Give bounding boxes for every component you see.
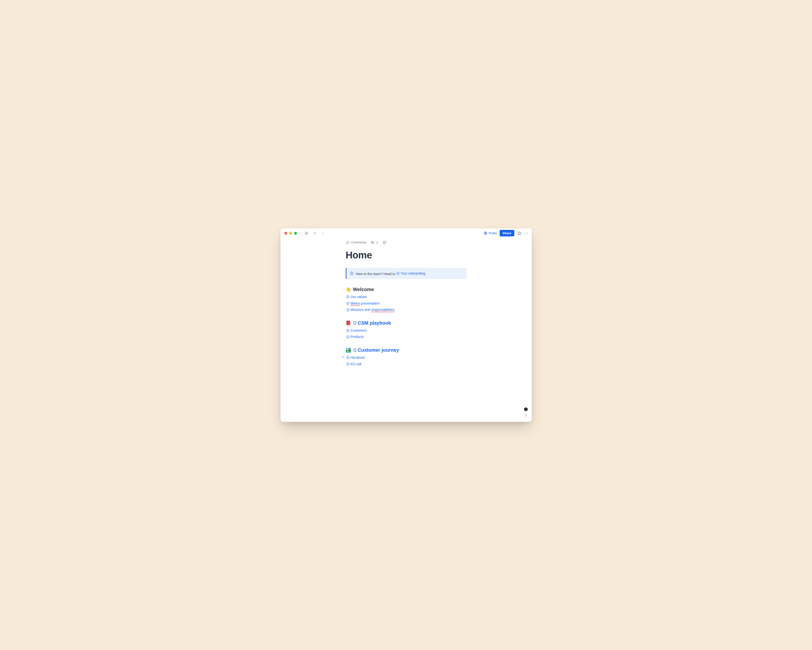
link-ko-call[interactable]: KO call bbox=[346, 361, 362, 367]
nav-forward-button[interactable] bbox=[321, 231, 325, 236]
link-label: KO call bbox=[351, 361, 362, 367]
link-label-suffix: presentation bbox=[360, 301, 380, 305]
link-customers[interactable]: Customers bbox=[346, 327, 367, 334]
page-icon bbox=[346, 335, 350, 339]
info-icon bbox=[350, 271, 354, 275]
svg-point-9 bbox=[383, 241, 386, 244]
onboarding-link-label: Your onboarding bbox=[401, 270, 425, 277]
svg-point-5 bbox=[525, 233, 525, 233]
link-missions[interactable]: Missions and responsabilities bbox=[346, 306, 395, 313]
page-icon bbox=[346, 356, 350, 359]
section-journey: 🏞️ Customer journey Handover bbox=[346, 347, 467, 367]
page-icon bbox=[346, 302, 350, 305]
link-meero-presentation[interactable]: Meero presentation bbox=[346, 300, 380, 307]
link-customer-journey[interactable]: Customer journey bbox=[353, 347, 399, 353]
landscape-emoji-icon: 🏞️ bbox=[346, 347, 351, 353]
section-welcome-heading[interactable]: 👋 Welcome bbox=[346, 287, 467, 292]
spell-word: Meero bbox=[351, 301, 360, 305]
link-csm-playbook[interactable]: CSM playbook bbox=[353, 320, 391, 326]
page-icon bbox=[353, 321, 357, 325]
link-products[interactable]: Products bbox=[346, 333, 364, 340]
callout-text-prefix: New to the team? Head to bbox=[356, 272, 397, 276]
book-emoji-icon: 📕 bbox=[346, 320, 351, 326]
svg-point-6 bbox=[526, 233, 527, 233]
link-label-prefix: Missions and bbox=[351, 308, 371, 312]
more-menu-icon[interactable] bbox=[524, 231, 529, 236]
section-welcome-title: Welcome bbox=[353, 287, 374, 292]
page-icon bbox=[346, 308, 350, 312]
add-reaction-icon[interactable] bbox=[382, 240, 386, 245]
link-label: Our values bbox=[351, 294, 367, 300]
section-welcome-links: Our values Meero presentation Missions a… bbox=[346, 294, 467, 313]
page-meta-row: Comments 1 bbox=[346, 240, 467, 245]
views-count: 1 bbox=[376, 240, 378, 244]
link-label: Customers bbox=[351, 327, 367, 334]
titlebar: Public Share bbox=[281, 228, 532, 238]
window-close-button[interactable] bbox=[284, 232, 287, 235]
share-button[interactable]: Share bbox=[500, 230, 514, 236]
page-icon bbox=[346, 329, 350, 332]
comments-label: Comments bbox=[351, 240, 366, 244]
page-icon bbox=[396, 272, 400, 275]
floating-controls: 🌑 ? bbox=[524, 407, 528, 418]
whats-new-icon[interactable]: 🌑 bbox=[524, 407, 528, 411]
svg-marker-4 bbox=[517, 231, 521, 235]
sidebar-toggle-icon[interactable] bbox=[304, 231, 309, 236]
comments-button[interactable]: Comments bbox=[346, 240, 366, 245]
spell-word: responsabilities bbox=[371, 308, 395, 312]
link-label: Customer journey bbox=[358, 347, 399, 353]
window-controls bbox=[284, 232, 297, 235]
section-playbook: 📕 CSM playbook Customers Products bbox=[346, 320, 467, 340]
titlebar-left bbox=[304, 231, 325, 236]
svg-point-16 bbox=[351, 272, 352, 273]
link-label: Handover bbox=[351, 354, 365, 361]
page-icon bbox=[353, 348, 357, 352]
link-label: CSM playbook bbox=[358, 320, 391, 326]
link-label: Missions and responsabilities bbox=[351, 306, 395, 313]
app-window: Public Share Comments 1 bbox=[281, 228, 532, 422]
block-handle-icon[interactable] bbox=[341, 355, 345, 359]
visibility-label: Public bbox=[489, 231, 497, 235]
page-icon bbox=[346, 362, 350, 366]
link-label: Meero presentation bbox=[351, 300, 380, 307]
page-title[interactable]: Home bbox=[346, 250, 467, 261]
window-zoom-button[interactable] bbox=[294, 232, 297, 235]
favorite-star-icon[interactable] bbox=[517, 231, 522, 236]
svg-point-7 bbox=[527, 233, 528, 233]
link-our-values[interactable]: Our values bbox=[346, 294, 367, 300]
link-handover[interactable]: Handover bbox=[346, 354, 365, 361]
titlebar-right: Public Share bbox=[484, 230, 529, 236]
document-content: Comments 1 Home New to the team? Head to bbox=[281, 238, 532, 422]
page: Comments 1 Home New to the team? Head to bbox=[346, 240, 467, 367]
window-minimize-button[interactable] bbox=[289, 232, 292, 235]
section-playbook-heading[interactable]: 📕 CSM playbook bbox=[346, 320, 467, 326]
section-playbook-links: Customers Products bbox=[346, 327, 467, 340]
section-journey-heading[interactable]: 🏞️ Customer journey bbox=[346, 347, 467, 353]
views-indicator[interactable]: 1 bbox=[371, 240, 378, 245]
link-label: Products bbox=[351, 333, 364, 340]
section-journey-links: Handover KO call bbox=[346, 354, 467, 367]
info-callout: New to the team? Head to Your onboarding bbox=[346, 268, 467, 279]
nav-back-button[interactable] bbox=[312, 231, 317, 236]
callout-text: New to the team? Head to Your onboarding bbox=[356, 270, 426, 277]
svg-point-8 bbox=[372, 242, 373, 243]
page-icon bbox=[346, 295, 350, 298]
help-button[interactable]: ? bbox=[525, 414, 527, 418]
section-welcome: 👋 Welcome Our values Meero presentation … bbox=[346, 287, 467, 313]
wave-emoji-icon: 👋 bbox=[346, 287, 351, 292]
visibility-public-button[interactable]: Public bbox=[484, 231, 497, 235]
onboarding-link[interactable]: Your onboarding bbox=[396, 270, 425, 277]
